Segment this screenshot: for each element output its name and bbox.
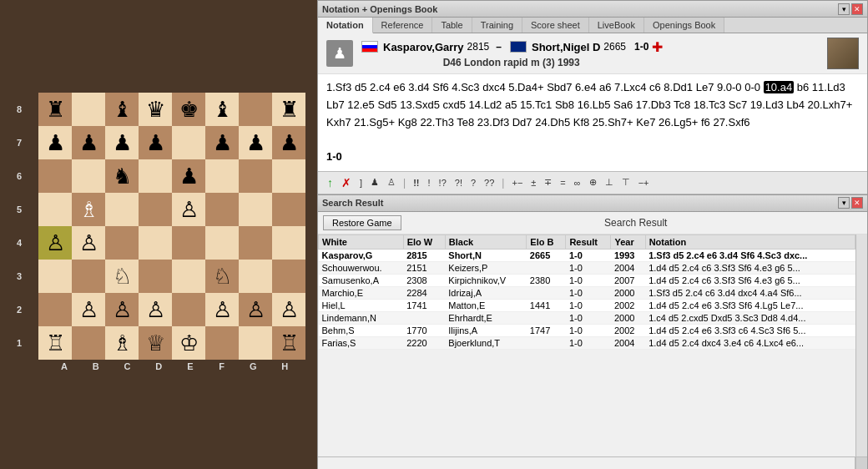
search-table-row[interactable]: Lindemann,NEhrhardt,E1-020001.c4 d5 2.cx…: [319, 311, 855, 324]
square-e6[interactable]: ♟: [172, 159, 205, 193]
ann-mistake[interactable]: ?: [468, 177, 478, 189]
tab-reference[interactable]: Reference: [373, 18, 433, 33]
square-a2[interactable]: [38, 293, 72, 326]
square-d3[interactable]: [139, 260, 172, 293]
square-c8[interactable]: ♝: [105, 93, 139, 126]
square-d4[interactable]: [139, 226, 172, 260]
ann-perp[interactable]: ⊥: [603, 176, 616, 189]
square-e7[interactable]: [172, 126, 205, 159]
square-g4[interactable]: [239, 226, 272, 260]
square-b8[interactable]: [72, 93, 105, 126]
square-c5[interactable]: [105, 193, 139, 226]
square-f6[interactable]: [205, 159, 239, 193]
square-a8[interactable]: ♜: [38, 93, 72, 126]
square-f1[interactable]: [205, 326, 239, 360]
horizontal-scrollbar[interactable]: [318, 457, 855, 469]
square-h7[interactable]: ♟: [272, 126, 305, 159]
square-e4[interactable]: [172, 226, 205, 260]
ann-blunder[interactable]: ??: [482, 177, 497, 189]
square-a7[interactable]: ♟: [38, 126, 72, 159]
ann-diagram[interactable]: ⊕: [587, 176, 599, 189]
search-table-row[interactable]: Behm,S1770Ilijins,A17471-020021.d4 d5 2.…: [319, 324, 855, 336]
ann-brilliant[interactable]: !!: [411, 177, 421, 189]
col-year[interactable]: Year: [611, 234, 645, 249]
square-g2[interactable]: ♙: [239, 293, 272, 326]
ann-infinity[interactable]: ∞: [572, 177, 583, 189]
square-g5[interactable]: [239, 193, 272, 226]
square-b2[interactable]: ♙: [72, 293, 105, 326]
col-white[interactable]: White: [319, 234, 404, 249]
ann-plus-equal[interactable]: ±: [528, 177, 538, 189]
square-a3[interactable]: [38, 260, 72, 293]
square-h4[interactable]: [272, 226, 305, 260]
ann-black-pawn[interactable]: ♟: [368, 176, 381, 189]
col-elob[interactable]: Elo B: [527, 234, 566, 249]
square-c2[interactable]: ♙: [105, 293, 139, 326]
square-h6[interactable]: [272, 159, 305, 193]
search-table-row[interactable]: Schouwerwou.2151Keizers,P1-020041.d4 d5 …: [319, 261, 855, 274]
pin-button[interactable]: ▾: [838, 3, 850, 15]
col-elow[interactable]: Elo W: [403, 234, 445, 249]
square-h3[interactable]: [272, 260, 305, 293]
square-g1[interactable]: [239, 326, 272, 360]
square-e8[interactable]: ♚: [172, 93, 205, 126]
square-d1[interactable]: ♕: [139, 326, 172, 360]
ann-equal-plus[interactable]: ∓: [542, 176, 554, 189]
square-b1[interactable]: [72, 326, 105, 360]
tab-table[interactable]: Table: [432, 18, 472, 33]
square-h1[interactable]: ♖: [272, 326, 305, 360]
square-d5[interactable]: [139, 193, 172, 226]
square-e2[interactable]: [172, 293, 205, 326]
square-f3[interactable]: ♘: [205, 260, 239, 293]
col-result[interactable]: Result: [566, 234, 611, 249]
square-d2[interactable]: ♙: [139, 293, 172, 326]
square-a5[interactable]: [38, 193, 72, 226]
ann-equal[interactable]: =: [558, 177, 568, 189]
search-table-row[interactable]: Samusenko,A2308Kirpichnikov,V23801-02007…: [319, 274, 855, 286]
square-g6[interactable]: [239, 159, 272, 193]
ann-up[interactable]: ↑: [325, 175, 336, 190]
square-c7[interactable]: ♟: [105, 126, 139, 159]
search-table-row[interactable]: Hiel,L1741Matton,E14411-020021.d4 d5 2.c…: [319, 299, 855, 311]
tab-livebook[interactable]: LiveBook: [589, 18, 644, 33]
tab-training[interactable]: Training: [472, 18, 522, 33]
restore-game-button[interactable]: Restore Game: [323, 215, 401, 230]
tab-openings[interactable]: Openings Book: [644, 18, 724, 33]
ann-interesting[interactable]: !?: [437, 177, 449, 189]
square-c1[interactable]: ♗: [105, 326, 139, 360]
chess-board[interactable]: ♜ ♝ ♛ ♚ ♝ ♜ ♟ ♟ ♟ ♟ ♟ ♟ ♟: [38, 93, 305, 360]
square-a6[interactable]: [38, 159, 72, 193]
search-table-row[interactable]: Kasparov,G2815Short,N26651-019931.Sf3 d5…: [319, 249, 855, 261]
square-b4[interactable]: ♙: [72, 226, 105, 260]
table-container[interactable]: White Elo W Black Elo B Result Year Nota…: [318, 234, 855, 456]
square-b6[interactable]: [72, 159, 105, 193]
vertical-scrollbar[interactable]: [855, 234, 867, 456]
square-h5[interactable]: [272, 193, 305, 226]
ann-bracket[interactable]: ]: [357, 177, 365, 189]
square-b5[interactable]: ♗: [72, 193, 105, 226]
square-b3[interactable]: [72, 260, 105, 293]
moves-area[interactable]: 1.Sf3 d5 2.c4 e6 3.d4 Sf6 4.Sc3 dxc4 5.D…: [318, 74, 867, 171]
ann-minus-plus[interactable]: −+: [636, 177, 652, 189]
square-f8[interactable]: ♝: [205, 93, 239, 126]
square-e1[interactable]: ♔: [172, 326, 205, 360]
ann-top[interactable]: ⊤: [619, 176, 633, 189]
ann-white-pawn[interactable]: ♙: [385, 176, 398, 189]
square-g8[interactable]: [239, 93, 272, 126]
square-d7[interactable]: ♟: [139, 126, 172, 159]
tab-scoresheet[interactable]: Score sheet: [522, 18, 589, 33]
search-table-row[interactable]: Farias,S2220Bjoerklund,T1-020041.d4 d5 2…: [319, 336, 855, 349]
square-d6[interactable]: [139, 159, 172, 193]
col-notation[interactable]: Notation: [645, 234, 855, 249]
square-g3[interactable]: [239, 260, 272, 293]
ann-good[interactable]: !: [426, 177, 433, 189]
ann-plus-minus[interactable]: +−: [509, 177, 525, 189]
search-table-row[interactable]: Marchio,E2284Idrizaj,A1-020001.Sf3 d5 2.…: [319, 286, 855, 299]
square-f2[interactable]: ♙: [205, 293, 239, 326]
square-c3[interactable]: ♘: [105, 260, 139, 293]
square-f4[interactable]: [205, 226, 239, 260]
square-e5[interactable]: ♙: [172, 193, 205, 226]
ann-cross[interactable]: ✗: [339, 175, 354, 190]
square-b7[interactable]: ♟: [72, 126, 105, 159]
close-notation-button[interactable]: ✕: [851, 3, 863, 15]
